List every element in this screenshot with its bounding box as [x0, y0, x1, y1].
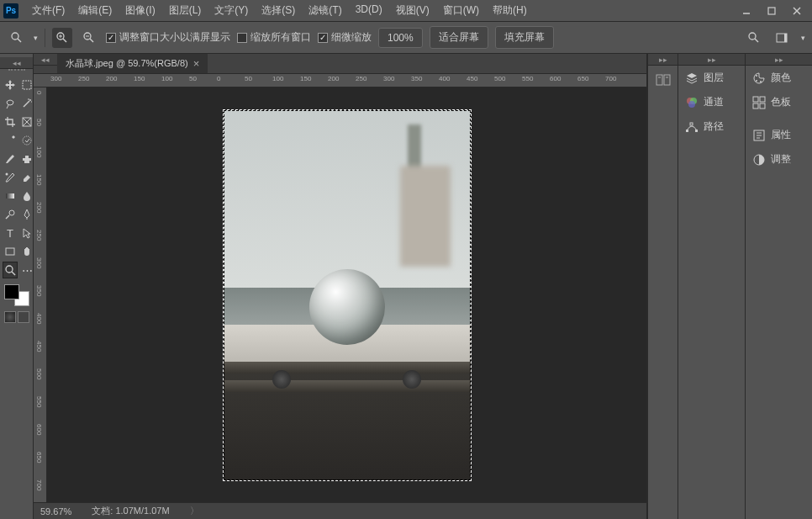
close-button[interactable]: [785, 3, 809, 19]
expand-panels-icon[interactable]: ▸▸: [746, 54, 812, 66]
gradient-tool[interactable]: [3, 188, 18, 204]
foreground-color[interactable]: [4, 284, 19, 299]
brush-tool[interactable]: [3, 151, 18, 167]
document-area: ◂◂ 水晶球.jpeg @ 59.7%(RGB/8) × 30025020015…: [34, 54, 646, 519]
scrubby-zoom-checkbox[interactable]: 细微缩放: [318, 30, 372, 45]
app-logo: Ps: [3, 3, 18, 19]
magic-wand-tool[interactable]: [19, 95, 34, 112]
type-tool[interactable]: T: [3, 225, 18, 241]
svg-rect-50: [760, 103, 765, 109]
panel-group-color: ▸▸ 颜色 色板 属性 调整: [745, 54, 812, 519]
vertical-ruler[interactable]: 0501001502002503003504004505005506006507…: [34, 87, 47, 502]
dropdown-caret-icon[interactable]: ▾: [801, 34, 805, 42]
fit-screen-button[interactable]: 适合屏幕: [430, 26, 488, 49]
window-controls: [735, 3, 809, 19]
document-info[interactable]: 文档: 1.07M/1.07M: [92, 505, 169, 517]
menu-item[interactable]: 视图(V): [389, 0, 436, 21]
svg-line-5: [18, 39, 21, 42]
zoom-out-icon[interactable]: [79, 28, 99, 48]
color-swatches[interactable]: [4, 284, 29, 306]
status-bar: 59.67% 文档: 1.07M/1.07M 〉: [34, 502, 646, 519]
panel-adjustments[interactable]: 调整: [746, 147, 812, 172]
close-tab-icon[interactable]: ×: [193, 57, 200, 70]
pen-tool[interactable]: [19, 206, 34, 223]
blur-tool[interactable]: [19, 188, 34, 204]
rectangle-tool[interactable]: [3, 243, 18, 260]
eraser-tool[interactable]: [19, 169, 34, 186]
status-caret-icon[interactable]: 〉: [190, 505, 199, 517]
zoom-tool-indicator-icon[interactable]: [7, 28, 27, 48]
collapse-left-icon[interactable]: ◂◂: [34, 54, 57, 66]
panel-swatches[interactable]: 色板: [746, 90, 812, 114]
panel-properties[interactable]: 属性: [746, 123, 812, 147]
expand-panels-icon[interactable]: ▸▸: [648, 54, 678, 66]
resize-window-checkbox[interactable]: 调整窗口大小以满屏显示: [106, 30, 230, 45]
svg-line-9: [63, 39, 66, 42]
workspace-icon[interactable]: [772, 28, 793, 48]
zoom-in-icon[interactable]: [52, 28, 72, 48]
search-icon[interactable]: [744, 28, 764, 48]
edit-toolbar-icon[interactable]: ⋯: [19, 262, 34, 278]
svg-point-26: [6, 173, 8, 176]
dropdown-caret-icon[interactable]: ▾: [34, 34, 38, 42]
panel-layers[interactable]: 图层: [678, 66, 745, 90]
svg-point-40: [688, 101, 695, 108]
svg-point-46: [760, 81, 762, 82]
zoom-tool[interactable]: [3, 262, 18, 278]
layers-icon: [685, 71, 699, 85]
menu-bar: 文件(F)编辑(E)图像(I)图层(L)文字(Y)选择(S)滤镜(T)3D(D)…: [25, 0, 534, 21]
healing-brush-tool[interactable]: [19, 132, 34, 149]
panel-strip-a: ▸▸: [647, 54, 678, 519]
menu-item[interactable]: 窗口(W): [436, 0, 486, 21]
minimize-button[interactable]: [735, 3, 758, 19]
menu-item[interactable]: 3D(D): [349, 0, 389, 21]
marquee-tool[interactable]: [19, 77, 34, 93]
svg-point-13: [749, 33, 756, 40]
hand-tool[interactable]: [19, 243, 34, 260]
lasso-tool[interactable]: [3, 95, 18, 112]
menu-item[interactable]: 选择(S): [255, 0, 302, 21]
crop-tool[interactable]: [3, 114, 18, 130]
panel-channels[interactable]: 通道: [678, 90, 745, 114]
menu-item[interactable]: 滤镜(T): [302, 0, 348, 21]
svg-rect-48: [760, 97, 765, 102]
quick-mask-icon[interactable]: [18, 311, 29, 323]
history-brush-tool[interactable]: [3, 169, 18, 186]
svg-rect-34: [656, 75, 662, 85]
path-selection-tool[interactable]: [19, 225, 34, 241]
fill-screen-button[interactable]: 填充屏幕: [495, 26, 554, 49]
eyedropper-tool[interactable]: [3, 132, 18, 149]
canvas[interactable]: [47, 87, 646, 502]
zoom-100-button[interactable]: 100%: [378, 28, 423, 48]
horizontal-ruler[interactable]: 3002502001501005005010015020025030035040…: [34, 74, 646, 87]
menu-item[interactable]: 图层(L): [162, 0, 208, 21]
svg-point-25: [23, 136, 31, 145]
maximize-button[interactable]: [760, 3, 783, 19]
collapse-tools-icon[interactable]: ◂◂: [0, 57, 33, 69]
zoom-all-windows-checkbox[interactable]: 缩放所有窗口: [237, 30, 311, 45]
panel-paths[interactable]: 路径: [678, 114, 745, 139]
expand-panels-icon[interactable]: ▸▸: [678, 54, 745, 66]
svg-rect-16: [784, 34, 787, 42]
dodge-tool[interactable]: [3, 206, 18, 223]
svg-text:T: T: [7, 227, 13, 239]
clone-stamp-tool[interactable]: [19, 151, 34, 167]
svg-rect-42: [695, 130, 698, 132]
menu-item[interactable]: 文件(F): [25, 0, 71, 21]
zoom-level[interactable]: 59.67%: [40, 506, 71, 516]
svg-line-33: [12, 272, 15, 275]
move-tool[interactable]: [3, 77, 18, 93]
svg-line-12: [90, 39, 93, 42]
frame-tool[interactable]: [19, 114, 34, 130]
dock-icon[interactable]: [648, 66, 678, 94]
menu-item[interactable]: 编辑(E): [71, 0, 119, 21]
standard-mode-icon[interactable]: [4, 311, 16, 323]
document-tab[interactable]: 水晶球.jpeg @ 59.7%(RGB/8) ×: [57, 54, 208, 73]
paths-icon: [685, 120, 699, 134]
document-image: [224, 110, 471, 480]
title-bar: Ps 文件(F)编辑(E)图像(I)图层(L)文字(Y)选择(S)滤镜(T)3D…: [0, 0, 812, 22]
menu-item[interactable]: 帮助(H): [486, 0, 534, 21]
menu-item[interactable]: 文字(Y): [208, 0, 255, 21]
menu-item[interactable]: 图像(I): [119, 0, 161, 21]
panel-color[interactable]: 颜色: [746, 66, 812, 90]
